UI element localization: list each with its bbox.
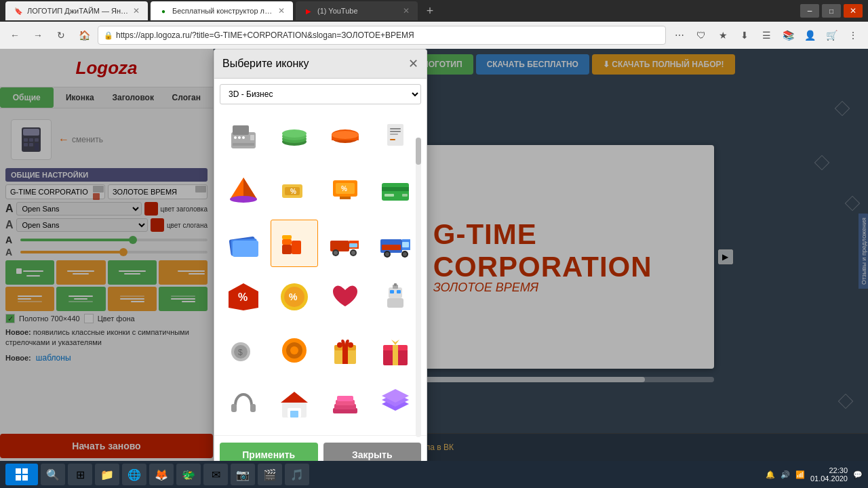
collection-button[interactable]: 📚 xyxy=(778,26,797,45)
robot-icon xyxy=(378,279,413,314)
icon-cell-layers[interactable] xyxy=(372,380,419,428)
icon-cell-percent-red[interactable]: % xyxy=(220,273,267,321)
explorer-button[interactable]: 📁 xyxy=(95,464,119,485)
chrome-button[interactable]: 🌐 xyxy=(122,464,146,485)
cart-button[interactable]: 🛒 xyxy=(822,26,841,45)
menu-button[interactable]: ⋮ xyxy=(844,26,863,45)
icon-cell-headset[interactable] xyxy=(220,380,267,428)
home-button[interactable]: 🏠 xyxy=(75,26,94,45)
start-button[interactable] xyxy=(5,464,38,485)
icon-cell-credit-card[interactable] xyxy=(372,166,419,214)
icon-cell-robot[interactable] xyxy=(372,273,419,321)
svg-point-14 xyxy=(242,136,245,139)
modal-scrollbar-thumb[interactable] xyxy=(416,138,421,165)
category-select[interactable]: 3D - Бизнес xyxy=(220,84,421,104)
svg-point-85 xyxy=(348,342,353,348)
taskbar-time: 22:30 01.04.2020 xyxy=(810,466,848,483)
forward-button[interactable]: → xyxy=(28,26,47,45)
icon-cell-cash-register[interactable] xyxy=(220,113,267,160)
icon-cell-percent-gear[interactable]: % xyxy=(271,273,318,321)
svg-rect-98 xyxy=(337,396,353,401)
email-button[interactable]: ✉ xyxy=(203,464,228,485)
content-area: Logoza Общие Иконка Заголовок Слоган xyxy=(0,49,868,461)
icon-cell-shop[interactable] xyxy=(271,380,318,428)
restore-button[interactable]: □ xyxy=(822,4,841,18)
tab-2-close[interactable]: ✕ xyxy=(278,6,285,16)
icon-cell-blocks[interactable] xyxy=(271,220,318,267)
shop-icon xyxy=(277,386,312,422)
tab-1-close[interactable]: ✕ xyxy=(133,6,140,16)
svg-rect-10 xyxy=(250,135,254,140)
shield-icon[interactable]: 🛡 xyxy=(692,26,711,45)
taskbar: 🔍 ⊞ 📁 🌐 🦊 🐲 ✉ 📷 🎬 🎵 🔔 🔊 📶 22:30 01.04.20… xyxy=(0,461,868,488)
icon-cell-document[interactable] xyxy=(372,113,419,160)
svg-text:%: % xyxy=(289,291,298,302)
icon-cell-truck[interactable] xyxy=(321,220,369,267)
svg-point-61 xyxy=(403,252,407,256)
download-icon[interactable]: ⬇ xyxy=(735,26,754,45)
sidebar-button[interactable]: ☰ xyxy=(757,26,776,45)
browser-titlebar: 🔖 ЛОГОТИП ДжиТАЙМ — Янд... ✕ ● Бесплатны… xyxy=(0,0,868,22)
svg-rect-41 xyxy=(402,194,408,197)
close-button[interactable]: Закрыть xyxy=(323,443,422,461)
taskbar-notifications[interactable]: 🔔 xyxy=(766,470,775,479)
svg-rect-89 xyxy=(231,404,237,412)
modal-scrollbar-track[interactable] xyxy=(416,138,421,437)
search-taskbar-button[interactable]: 🔍 xyxy=(41,464,65,485)
icon-cell-gear-orange[interactable] xyxy=(271,327,318,374)
svg-rect-113 xyxy=(16,468,21,474)
new-tab-button[interactable]: + xyxy=(420,1,439,20)
address-bar[interactable]: 🔒 https://app.logoza.ru/?title=G-TIME+CO… xyxy=(98,26,666,45)
browser-nav-icons: ⋯ 🛡 ★ ⬇ ☰ 📚 👤 🛒 ⋮ xyxy=(670,26,863,45)
svg-rect-74 xyxy=(394,283,397,286)
music-button[interactable]: 🎵 xyxy=(285,464,309,485)
tab-1[interactable]: 🔖 ЛОГОТИП ДжиТАЙМ — Янд... ✕ xyxy=(5,1,148,20)
svg-rect-116 xyxy=(22,475,28,481)
firefox-button[interactable]: 🦊 xyxy=(149,464,174,485)
notification-center[interactable]: 💬 xyxy=(853,470,863,479)
icon-cell-stacks[interactable] xyxy=(321,380,369,428)
icon-cell-money[interactable] xyxy=(271,113,318,160)
taskbar-network[interactable]: 📶 xyxy=(795,470,805,479)
tab-3-close[interactable]: ✕ xyxy=(403,6,410,16)
video-button[interactable]: 🎬 xyxy=(258,464,282,485)
icon-cell-award[interactable]: % xyxy=(321,166,369,214)
award-icon: % xyxy=(328,172,363,207)
profile-button[interactable]: 👤 xyxy=(800,26,819,45)
icon-cell-card2[interactable] xyxy=(220,220,267,267)
icon-cell-gear-dollar[interactable]: $ xyxy=(220,327,267,374)
icon-cell-percent-tag[interactable]: % xyxy=(271,166,318,214)
svg-rect-47 xyxy=(282,239,292,245)
modal-close-x-button[interactable]: ✕ xyxy=(408,56,418,71)
icon-cell-heart[interactable] xyxy=(321,273,369,321)
dragon-button[interactable]: 🐲 xyxy=(176,464,201,485)
svg-point-13 xyxy=(238,136,241,139)
extensions-button[interactable]: ⋯ xyxy=(670,26,689,45)
reload-button[interactable]: ↻ xyxy=(52,26,71,45)
tab-2[interactable]: ● Бесплатный конструктор ло... ✕ xyxy=(151,1,293,20)
icon-cell-truck2[interactable] xyxy=(372,220,419,267)
star-button[interactable]: ★ xyxy=(713,26,732,45)
tab-1-favicon: 🔖 xyxy=(14,6,23,16)
modal-header: Выберите иконку ✕ xyxy=(214,49,427,79)
icon-cell-gift[interactable] xyxy=(321,327,369,374)
icon-cell-gift-box[interactable] xyxy=(372,327,419,374)
apply-button[interactable]: Применить xyxy=(220,443,318,461)
taskbar-volume[interactable]: 🔊 xyxy=(781,470,790,479)
taskview-button[interactable]: ⊞ xyxy=(68,464,92,485)
svg-rect-24 xyxy=(390,128,401,129)
svg-rect-62 xyxy=(402,242,409,247)
icon-cell-pyramid[interactable] xyxy=(220,166,267,214)
minimize-button[interactable]: – xyxy=(800,4,819,18)
truck-icon xyxy=(328,226,363,261)
tab-3[interactable]: ▶ (1) YouTube ✕ xyxy=(296,1,418,20)
gift-icon xyxy=(328,333,363,368)
close-button[interactable]: ✕ xyxy=(844,4,863,18)
camera-button[interactable]: 📷 xyxy=(231,464,255,485)
stacks-icon xyxy=(328,386,363,422)
svg-rect-83 xyxy=(342,345,348,364)
back-button[interactable]: ← xyxy=(5,26,24,45)
svg-rect-88 xyxy=(393,345,398,365)
icon-cell-bowl[interactable] xyxy=(321,113,369,160)
svg-rect-9 xyxy=(233,125,249,135)
